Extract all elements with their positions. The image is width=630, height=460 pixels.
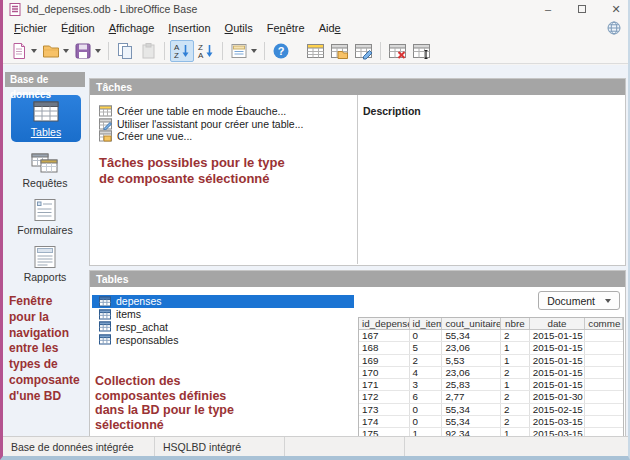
open-folder-icon	[42, 42, 60, 60]
sidebar-item-tables[interactable]: Tables	[11, 95, 81, 142]
grid-row[interactable]: 168523,0612015-01-15	[359, 342, 623, 354]
grid-cell: 174	[359, 416, 410, 427]
menu-insertion[interactable]: Insertion	[161, 19, 217, 37]
grid-cell	[585, 379, 623, 390]
grid-cell: 2015-01-30	[530, 391, 586, 402]
grid-row[interactable]: 17262,7722015-01-30	[359, 391, 623, 403]
sort-descending-icon: ZA	[197, 42, 215, 60]
table-item-resp-achat[interactable]: resp_achat	[92, 321, 354, 334]
new-document-button[interactable]	[8, 40, 39, 62]
table-name: depenses	[116, 295, 162, 307]
grid-cell: 167	[359, 330, 410, 341]
tables-panel-header: Tables	[90, 271, 625, 287]
grid-column-header: id_depense	[359, 318, 410, 329]
open-table-icon	[330, 42, 349, 60]
status-engine: HSQLBD intégré	[155, 437, 285, 456]
grid-cell: 0	[410, 330, 443, 341]
grid-cell: 171	[359, 379, 410, 390]
svg-text:A: A	[198, 51, 204, 60]
copy-icon	[116, 42, 134, 60]
help-icon: ?	[272, 42, 290, 60]
sidebar-item-label: Formulaires	[17, 224, 72, 236]
delete-table-button[interactable]	[386, 40, 409, 62]
grid-cell: 5,53	[442, 355, 501, 366]
task-create-table-design[interactable]: Créer une table en mode Ébauche...	[99, 105, 303, 118]
grid-column-header: comme	[585, 318, 623, 329]
sidebar-header: Base de données	[5, 72, 85, 87]
window-title: bd_depenses.odb - LibreOffice Base	[27, 3, 197, 15]
create-view-icon	[99, 130, 112, 142]
menu-edition[interactable]: Édition	[54, 19, 102, 37]
grid-cell	[585, 404, 623, 415]
open-table-button[interactable]	[328, 40, 351, 62]
sidebar-item-formulaires[interactable]: Formulaires	[5, 198, 85, 236]
edit-table-icon	[354, 42, 373, 60]
status-empty-segment	[405, 437, 628, 456]
chevron-down-icon	[251, 49, 257, 53]
minimize-button[interactable]: –	[542, 0, 554, 18]
maximize-button[interactable]	[576, 0, 588, 18]
sidebar-item-rapports[interactable]: Rapports	[5, 245, 85, 283]
paste-button[interactable]	[137, 40, 159, 62]
grid-row[interactable]: 174055,3422015-03-15	[359, 416, 623, 428]
table-icon	[99, 296, 111, 307]
rename-table-button[interactable]	[410, 40, 433, 62]
grid-cell: 0	[410, 404, 443, 415]
task-label: Créer une vue...	[117, 130, 192, 142]
grid-cell: 1	[501, 342, 530, 353]
menu-fichier[interactable]: Fichier	[7, 19, 54, 37]
status-empty-segment	[285, 437, 405, 456]
grid-cell: 169	[359, 355, 410, 366]
grid-cell: 3	[410, 379, 443, 390]
grid-cell: 5	[410, 342, 443, 353]
form-options-button[interactable]	[228, 40, 259, 62]
form-options-icon	[230, 42, 248, 60]
grid-cell: 55,34	[442, 416, 501, 427]
grid-row[interactable]: 171325,8312015-01-15	[359, 379, 623, 391]
sort-descending-button[interactable]: ZA	[195, 40, 217, 62]
table-item-responsables[interactable]: responsables	[92, 333, 354, 346]
grid-row[interactable]: 170423,0622015-01-15	[359, 367, 623, 379]
sort-ascending-button[interactable]: AZ	[170, 40, 194, 62]
grid-cell: 23,06	[442, 342, 501, 353]
toolbar: AZ ZA ?	[3, 38, 628, 64]
grid-row[interactable]: 167055,3422015-01-15	[359, 330, 623, 342]
svg-text:Z: Z	[174, 51, 179, 60]
table-item-depenses[interactable]: depenses	[92, 295, 354, 308]
tables-list: depenses items resp_achat responsables	[92, 295, 354, 346]
task-use-wizard[interactable]: Utiliser l'assistant pour créer une tabl…	[99, 118, 303, 131]
close-button[interactable]: ✕	[610, 0, 622, 18]
grid-cell	[585, 342, 623, 353]
document-dropdown[interactable]: Document	[538, 291, 620, 310]
menu-outils[interactable]: Outils	[218, 19, 260, 37]
edit-table-button[interactable]	[352, 40, 375, 62]
grid-cell: 4	[410, 367, 443, 378]
open-button[interactable]	[40, 40, 71, 62]
save-button[interactable]	[72, 40, 103, 62]
new-document-icon	[10, 42, 28, 60]
menu-aide[interactable]: Aide	[312, 19, 348, 37]
new-table-design-button[interactable]	[304, 40, 327, 62]
copy-button[interactable]	[114, 40, 136, 62]
help-button[interactable]: ?	[270, 40, 292, 62]
chevron-down-icon	[95, 49, 101, 53]
chevron-down-icon	[31, 49, 37, 53]
document-dropdown-label: Document	[547, 295, 595, 307]
menu-affichage[interactable]: Affichage	[102, 19, 162, 37]
globe-icon[interactable]	[607, 21, 621, 35]
sidebar-item-requetes[interactable]: Requêtes	[5, 151, 85, 189]
menu-fenetre[interactable]: Fenêtre	[260, 19, 312, 37]
grid-cell: 25,83	[442, 379, 501, 390]
table-name: resp_achat	[116, 321, 168, 333]
table-preview-grid: id_depense id_item cout_unitaire nbre da…	[358, 317, 624, 438]
grid-row[interactable]: 173055,3422015-02-15	[359, 404, 623, 416]
menu-bar: Fichier Édition Affichage Insertion Outi…	[3, 18, 628, 38]
grid-cell: 55,34	[442, 330, 501, 341]
grid-row[interactable]: 16925,5312015-01-15	[359, 355, 623, 367]
grid-cell	[585, 355, 623, 366]
task-create-view[interactable]: Créer une vue...	[99, 130, 303, 143]
grid-cell: 170	[359, 367, 410, 378]
new-table-icon	[306, 42, 325, 60]
table-item-items[interactable]: items	[92, 308, 354, 321]
grid-cell: 173	[359, 404, 410, 415]
